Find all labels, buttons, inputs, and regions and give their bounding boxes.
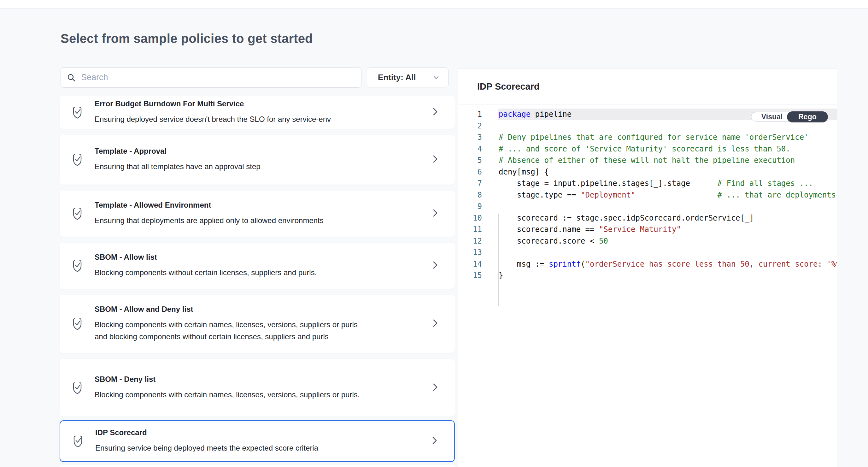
policy-detail-panel: IDP Scorecard 1package pipeline23# Deny … xyxy=(458,68,837,467)
policy-card-idp-scorecard[interactable]: IDP Scorecard Ensuring service being dep… xyxy=(60,420,455,462)
code-line: 3# Deny pipelines that are configured fo… xyxy=(458,132,837,143)
shield-check-icon xyxy=(71,381,83,395)
policy-title: SBOM - Deny list xyxy=(95,375,360,384)
code-text: scorecard.score < 50 xyxy=(498,235,837,247)
policy-card-sbom-allow-list[interactable]: SBOM - Allow list Blocking components wi… xyxy=(60,243,455,289)
policy-description: Blocking components with certain names, … xyxy=(95,389,360,401)
code-line: 12 scorecard.score < 50 xyxy=(458,235,837,247)
shield-check-icon xyxy=(71,106,83,119)
policy-description: Ensuring deployed service doesn't breach… xyxy=(95,113,331,125)
code-line: 13 xyxy=(458,247,837,258)
code-text xyxy=(498,120,837,132)
code-line: 14 msg := sprintf("orderService has scor… xyxy=(458,258,837,270)
chevron-right-icon xyxy=(431,382,440,393)
line-number: 8 xyxy=(458,189,488,201)
chevron-right-icon xyxy=(431,154,440,165)
code-text: stage.type == "Deployment" # ... that ar… xyxy=(498,189,837,201)
search-icon xyxy=(67,73,76,82)
page-title: Select from sample policies to get start… xyxy=(61,32,313,46)
code-text: # ... and score of 'Service Maturity' sc… xyxy=(498,143,837,155)
entity-filter-dropdown[interactable]: Entity: All xyxy=(367,67,448,87)
code-text xyxy=(498,247,837,258)
line-number: 3 xyxy=(458,132,488,143)
code-line: 15} xyxy=(458,270,837,282)
policy-title: SBOM - Allow list xyxy=(95,253,317,262)
code-line: 7 stage = input.pipeline.stages[_].stage… xyxy=(458,178,837,189)
line-number: 6 xyxy=(458,166,488,178)
indent-guide xyxy=(498,214,499,306)
shield-check-icon xyxy=(71,207,83,220)
code-line: 9 xyxy=(458,201,837,212)
code-text: # Absence of either of these will not ha… xyxy=(498,155,837,166)
code-line: 5# Absence of either of these will not h… xyxy=(458,155,837,166)
policy-title: IDP Scorecard xyxy=(95,428,318,437)
policy-title: Error Budget Burndown For Multi Service xyxy=(95,99,331,108)
policy-description: Blocking components with certain names, … xyxy=(95,319,366,343)
code-text: stage = input.pipeline.stages[_].stage #… xyxy=(498,178,837,189)
policy-card-sbom-deny-list[interactable]: SBOM - Deny list Blocking components wit… xyxy=(60,359,455,416)
toggle-rego-button[interactable]: Rego xyxy=(787,111,828,122)
code-line: 11 scorecard.name == "Service Maturity" xyxy=(458,224,837,235)
line-number: 10 xyxy=(458,212,488,224)
policy-card-template-allowed-environment[interactable]: Template - Allowed Environment Ensuring … xyxy=(60,191,455,237)
line-number: 11 xyxy=(458,224,488,235)
line-number: 13 xyxy=(458,247,488,258)
code-line: 6deny[msg] { xyxy=(458,166,837,178)
code-line: 4# ... and score of 'Service Maturity' s… xyxy=(458,143,837,155)
policy-description: Ensuring that all templates have an appr… xyxy=(95,160,260,173)
search-input[interactable] xyxy=(81,72,355,82)
code-line: 8 stage.type == "Deployment" # ... that … xyxy=(458,189,837,201)
chevron-right-icon xyxy=(431,318,440,329)
line-number: 7 xyxy=(458,178,488,189)
code-text: # Deny pipelines that are configured for… xyxy=(498,132,837,143)
policy-card-template-approval[interactable]: Template - Approval Ensuring that all te… xyxy=(60,135,455,184)
line-number: 2 xyxy=(458,120,488,132)
code-text: scorecard.name == "Service Maturity" xyxy=(498,224,837,235)
line-number: 4 xyxy=(458,143,488,155)
shield-check-icon xyxy=(71,153,83,166)
chevron-down-icon xyxy=(432,74,440,81)
chevron-right-icon xyxy=(431,107,440,118)
policy-description: Ensuring service being deployed meets th… xyxy=(95,442,318,454)
line-number: 5 xyxy=(458,155,488,166)
line-number: 9 xyxy=(458,201,488,212)
next-card-peek xyxy=(60,465,455,467)
policy-card-error-budget-burndown[interactable]: Error Budget Burndown For Multi Service … xyxy=(60,96,455,129)
chevron-right-icon xyxy=(430,436,439,446)
visual-rego-toggle[interactable]: Visual Rego xyxy=(751,112,828,121)
policy-title: Template - Allowed Environment xyxy=(95,201,323,209)
line-number: 14 xyxy=(458,258,488,270)
top-bar xyxy=(0,0,868,8)
shield-check-icon xyxy=(71,317,83,330)
code-editor[interactable]: 1package pipeline23# Deny pipelines that… xyxy=(458,105,837,282)
code-text: scorecard := stage.spec.idpScorecard.ord… xyxy=(498,212,837,224)
policy-card-sbom-allow-and-deny-list[interactable]: SBOM - Allow and Deny list Blocking comp… xyxy=(60,295,455,353)
policy-title: Template - Approval xyxy=(95,147,260,155)
line-number: 1 xyxy=(458,109,488,120)
entity-filter-label: Entity: All xyxy=(378,72,432,82)
code-line: 10 scorecard := stage.spec.idpScorecard.… xyxy=(458,212,837,224)
panel-title: IDP Scorecard xyxy=(477,81,540,92)
code-text: deny[msg] { xyxy=(498,166,837,178)
code-text: } xyxy=(498,270,837,282)
code-line: 2 xyxy=(458,120,837,132)
chevron-right-icon xyxy=(431,208,440,219)
policy-title: SBOM - Allow and Deny list xyxy=(95,305,366,314)
panel-header: IDP Scorecard xyxy=(458,69,837,105)
line-number: 15 xyxy=(458,270,488,282)
line-number: 12 xyxy=(458,235,488,247)
policy-description: Blocking components without certain lice… xyxy=(95,267,317,279)
code-text xyxy=(498,201,837,212)
chevron-right-icon xyxy=(431,260,440,271)
search-box[interactable] xyxy=(61,67,362,88)
policy-description: Ensuring that deployments are applied on… xyxy=(95,214,323,227)
shield-check-icon xyxy=(71,259,83,272)
shield-check-icon xyxy=(72,435,84,448)
code-text: msg := sprintf("orderService has score l… xyxy=(498,258,837,270)
